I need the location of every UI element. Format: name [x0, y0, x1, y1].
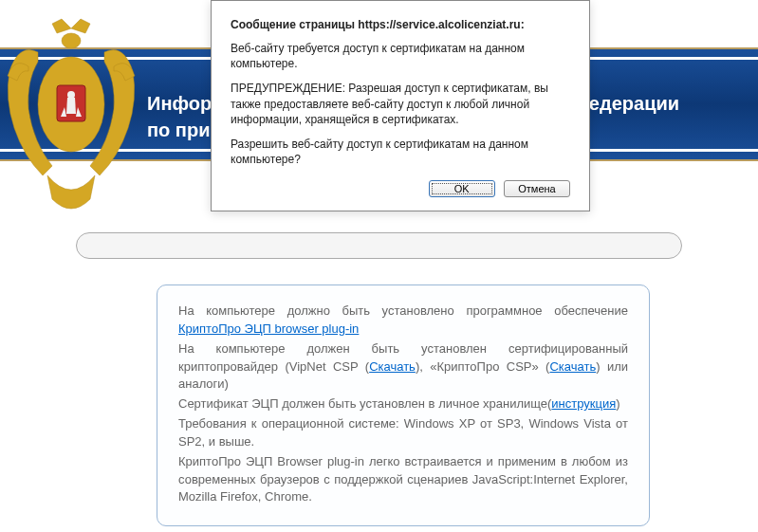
- title-line2: по при: [147, 119, 210, 140]
- cryptopro-download-link[interactable]: Скачать: [549, 359, 596, 374]
- instruction-link[interactable]: инструкция: [551, 396, 616, 411]
- os-requirements: Требования к операционной системе: Windo…: [178, 415, 628, 451]
- ok-button[interactable]: OK: [429, 180, 495, 197]
- dialog-message-1: Веб-сайту требуется доступ к сертификата…: [231, 41, 570, 71]
- cryptopro-plugin-link[interactable]: КриптоПро ЭЦП browser plug-in: [178, 321, 359, 336]
- svg-point-3: [67, 91, 75, 99]
- dialog-warning: ПРЕДУПРЕЖДЕНИЕ: Разрешая доступ к сертиф…: [231, 81, 570, 127]
- dialog-question: Разрешить веб-сайту доступ к сертификата…: [231, 137, 570, 167]
- cancel-button[interactable]: Отмена: [504, 180, 570, 197]
- requirements-box: На компьютере должно быть установлено пр…: [157, 284, 650, 526]
- coat-of-arms-icon: [0, 14, 142, 223]
- browser-info: КриптоПро ЭЦП Browser plug-in легко встр…: [178, 453, 628, 507]
- dialog-title: Сообщение страницы https://service.alcol…: [231, 18, 570, 31]
- certificate-access-dialog: Сообщение страницы https://service.alcol…: [211, 0, 590, 211]
- search-input[interactable]: [76, 232, 682, 259]
- vipnet-download-link[interactable]: Скачать: [369, 359, 416, 374]
- svg-point-0: [62, 33, 81, 48]
